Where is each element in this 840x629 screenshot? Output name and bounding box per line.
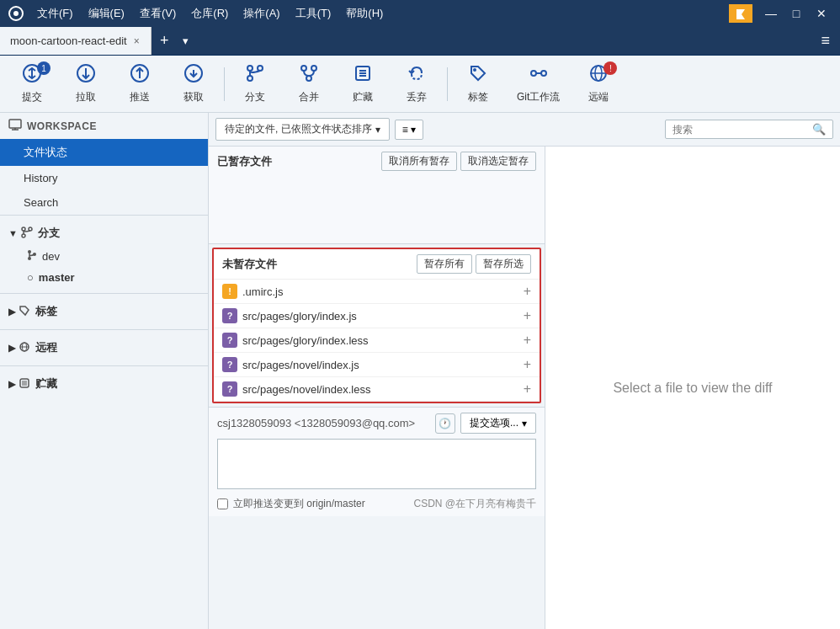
clock-icon: 🕐 [439,418,451,429]
tags-chevron-icon: ▶ [8,307,15,317]
file-search-input[interactable] [673,124,812,136]
stage-file-umirc-button[interactable]: + [524,284,531,299]
svg-point-10 [247,76,253,81]
push-button[interactable]: 推送 [114,58,165,109]
menu-actions[interactable]: 操作(A) [237,4,286,23]
left-panel: 已暂存文件 取消所有暂存 取消选定暂存 未暂存文件 暂存所有 暂存所选 [209,147,545,629]
svg-point-33 [28,257,31,260]
tabbar-spacer [194,27,811,55]
push-after-commit-label: 立即推送变更到 origin/master [233,497,413,511]
new-tab-button[interactable]: + [152,27,178,55]
file-icon-modified: ! [222,284,237,299]
svg-point-8 [247,66,253,71]
discard-button[interactable]: 丢弃 [391,58,442,109]
tag-button[interactable]: 标签 [453,58,503,109]
sidebar-item-file-status[interactable]: 文件状态 [0,139,208,166]
workspace-label: WORKSPACE [27,120,97,132]
push-after-commit-checkbox[interactable] [217,498,228,509]
sidebar-item-search[interactable]: Search [0,190,208,215]
unstaged-title: 未暂存文件 [222,257,413,272]
view-options-button[interactable]: ≡ ▾ [395,120,423,140]
remote-badge: ! [603,61,617,75]
stage-selected-button[interactable]: 暂存所选 [476,254,531,274]
stage-file-novel-js-button[interactable]: + [524,357,531,372]
commit-button[interactable]: 提交 1 [7,58,57,109]
content-split: 已暂存文件 取消所有暂存 取消选定暂存 未暂存文件 暂存所有 暂存所选 [209,147,840,629]
unstage-selected-button[interactable]: 取消选定暂存 [460,152,536,171]
minimize-button[interactable]: — [759,4,783,23]
file-item-glory-less[interactable]: ? src/pages/glory/index.less + [214,328,540,353]
stage-file-novel-less-button[interactable]: + [524,381,531,397]
maximize-button[interactable]: □ [784,4,808,23]
remotes-chevron-icon: ▶ [8,343,15,354]
branch-icon [245,63,265,88]
stash-section: ▶ 贮藏 [0,365,208,402]
repo-tab[interactable]: moon-cartoon-react-edit × [0,27,152,55]
commit-options-button[interactable]: 提交选项... ▾ [460,413,536,434]
stage-all-button[interactable]: 暂存所有 [417,254,472,274]
fetch-button[interactable]: 获取 [168,58,219,109]
tag-label: 标签 [468,90,488,104]
branch-item-master[interactable]: ○ master [0,267,208,288]
hamburger-menu-button[interactable]: ≡ [811,27,840,55]
commit-label: 提交 [22,90,42,104]
unstaged-section: 未暂存文件 暂存所有 暂存所选 ! .umirc.js + ? src/page… [212,248,541,403]
file-item-glory-js[interactable]: ? src/pages/glory/index.js + [214,304,540,328]
branches-section: ▼ 分支 [0,215,208,293]
file-item-novel-less[interactable]: ? src/pages/novel/index.less + [214,377,540,402]
branches-label: 分支 [38,226,60,241]
push-label: 推送 [130,90,150,104]
stage-file-glory-js-button[interactable]: + [524,308,531,323]
stage-file-glory-less-button[interactable]: + [524,333,531,348]
branches-header[interactable]: ▼ 分支 [0,221,208,246]
commit-history-button[interactable]: 🕐 [435,413,455,434]
close-button[interactable]: ✕ [810,4,833,23]
sidebar: WORKSPACE 文件状态 History Search ▼ 分支 [0,113,209,629]
file-search-box[interactable]: 🔍 [665,120,833,139]
merge-label: 合并 [299,90,319,104]
tab-dropdown-button[interactable]: ▾ [178,27,194,55]
svg-point-18 [473,68,476,72]
main-toolbar: 提交 1 拉取 推送 获取 [0,56,840,113]
menu-view[interactable]: 查看(V) [133,4,183,23]
push-icon [130,63,150,88]
content-toolbar: 待定的文件, 已依照文件状态排序 ▾ ≡ ▾ 🔍 [209,113,840,147]
commit-message-input[interactable] [217,439,536,489]
pull-icon [76,63,96,88]
commit-options-arrow-icon: ▾ [522,418,527,429]
tags-header[interactable]: ▶ 标签 [0,299,208,324]
workspace-header: WORKSPACE [0,113,208,139]
menu-file[interactable]: 文件(F) [30,4,80,23]
file-item-novel-js[interactable]: ? src/pages/novel/index.js + [214,353,540,377]
stash-label: 贮藏 [35,376,57,392]
merge-button[interactable]: 合并 [284,58,334,109]
svg-point-12 [311,66,316,71]
sidebar-item-history[interactable]: History [0,166,208,190]
tab-close-button[interactable]: × [134,35,140,47]
workspace-icon [8,118,22,134]
file-name-umirc: .umirc.js [242,285,524,298]
stash-header[interactable]: ▶ 贮藏 [0,371,208,397]
menu-edit[interactable]: 编辑(E) [82,4,131,23]
remote-button[interactable]: 远端 ! [573,58,624,109]
discard-icon [407,63,427,88]
unstage-all-button[interactable]: 取消所有暂存 [381,152,457,171]
gitflow-button[interactable]: Git工作流 [507,58,570,109]
pull-button[interactable]: 拉取 [61,58,111,109]
branch-button[interactable]: 分支 [230,58,280,109]
file-name-novel-js: src/pages/novel/index.js [242,359,524,371]
file-item-umirc[interactable]: ! .umirc.js + [214,280,540,304]
branch-item-dev[interactable]: dev [0,246,208,267]
menu-help[interactable]: 帮助(H) [339,4,390,23]
commit-badge: 1 [37,61,51,75]
remotes-header[interactable]: ▶ 远程 [0,335,208,360]
stash-button[interactable]: 贮藏 [338,58,388,109]
svg-point-20 [541,71,546,76]
file-filter-dropdown[interactable]: 待定的文件, 已依照文件状态排序 ▾ [215,118,390,141]
svg-point-28 [22,227,25,231]
view-list-icon: ≡ [402,124,408,136]
menu-repo[interactable]: 仓库(R) [184,4,235,23]
branches-chevron-icon: ▼ [8,228,18,238]
menu-tools[interactable]: 工具(T) [289,4,338,23]
branch-dev-icon [27,250,37,263]
